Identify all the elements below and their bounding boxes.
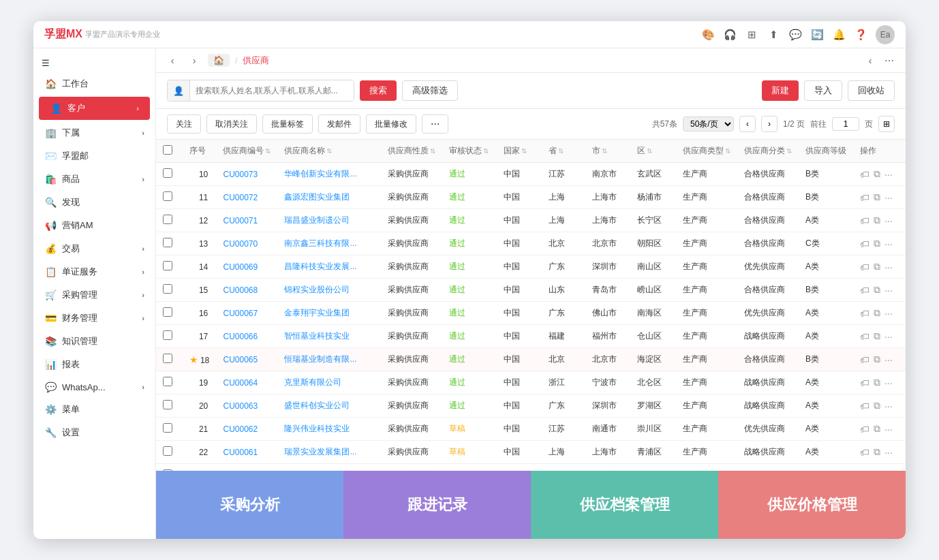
supplier-code-link[interactable]: CU00073 — [223, 170, 258, 179]
supplier-code-link[interactable]: CU00064 — [223, 378, 258, 388]
follow-button[interactable]: 关注 — [167, 114, 201, 134]
tag-action-icon[interactable]: 🏷 — [860, 169, 869, 180]
grid-icon[interactable]: ⊞ — [745, 28, 758, 42]
more-action-icon[interactable]: ··· — [884, 354, 893, 365]
tag-action-icon[interactable]: 🏷 — [860, 401, 869, 411]
supplier-name-link[interactable]: 恒瑞基业制造有限... — [284, 354, 356, 364]
more-action-icon[interactable]: ··· — [884, 424, 893, 435]
sidebar-item-discover[interactable]: 🔍 发现 — [33, 191, 155, 214]
nav-settings-button[interactable]: ‹ — [862, 52, 878, 69]
more-action-icon[interactable]: ··· — [884, 262, 893, 273]
supplier-name-link[interactable]: 鑫源宏图实业集团 — [284, 192, 350, 202]
sidebar-item-subordinate[interactable]: 🏢 下属 › — [33, 121, 155, 144]
supplier-name-link[interactable]: 克里斯有限公司 — [284, 377, 341, 387]
th-name[interactable]: 供应商名称⇅ — [277, 140, 381, 163]
card-purchase-analysis[interactable]: 采购分析 — [156, 471, 343, 539]
supplier-code-link[interactable]: CU00065 — [223, 355, 258, 364]
supplier-code-link[interactable]: CU00067 — [223, 309, 258, 318]
th-province[interactable]: 省⇅ — [542, 140, 585, 163]
more-actions-button[interactable]: ··· — [422, 114, 448, 134]
search-button[interactable]: 搜索 — [360, 80, 397, 101]
more-action-icon[interactable]: ··· — [884, 447, 893, 458]
sidebar-item-whatsapp[interactable]: 💬 WhatsAp... › — [33, 376, 155, 398]
row-checkbox[interactable] — [163, 284, 172, 294]
copy-action-icon[interactable]: ⧉ — [874, 284, 880, 296]
more-action-icon[interactable]: ··· — [884, 169, 893, 180]
sidebar-item-trade[interactable]: 💰 交易 › — [33, 237, 155, 260]
copy-action-icon[interactable]: ⧉ — [874, 191, 880, 203]
row-checkbox[interactable] — [163, 261, 172, 270]
row-checkbox[interactable] — [163, 446, 172, 456]
supplier-code-link[interactable]: CU00070 — [223, 239, 258, 249]
sidebar-item-report[interactable]: 📊 报表 — [33, 353, 155, 376]
more-action-icon[interactable]: ··· — [884, 401, 893, 411]
row-checkbox[interactable] — [163, 168, 172, 178]
sidebar-item-product[interactable]: 🛍️ 商品 › — [33, 168, 155, 191]
supplier-name-link[interactable]: 昌隆科技实业发展... — [284, 262, 356, 271]
tag-action-icon[interactable]: 🏷 — [860, 238, 869, 249]
supplier-code-link[interactable]: CU00061 — [223, 448, 258, 457]
more-action-icon[interactable]: ··· — [884, 215, 893, 226]
th-category[interactable]: 供应商分类⇅ — [737, 140, 799, 163]
user-avatar[interactable]: Ea — [876, 25, 895, 44]
prev-page-button[interactable]: ‹ — [739, 116, 756, 132]
row-checkbox[interactable] — [163, 307, 172, 317]
next-page-button[interactable]: › — [761, 116, 778, 132]
recycle-button[interactable]: 回收站 — [848, 80, 895, 101]
card-followup[interactable]: 跟进记录 — [343, 471, 531, 539]
tag-action-icon[interactable]: 🏷 — [860, 262, 869, 273]
send-email-button[interactable]: 发邮件 — [318, 114, 360, 134]
supplier-name-link[interactable]: 瑞景实业发展集团... — [284, 447, 356, 456]
supplier-name-link[interactable]: 华峰创新实业有限... — [284, 169, 356, 178]
headset-icon[interactable]: 🎧 — [723, 28, 737, 42]
per-page-select[interactable]: 50条/页 — [683, 116, 734, 131]
sidebar-item-workbench[interactable]: 🏠 工作台 — [33, 72, 155, 95]
th-country[interactable]: 国家⇅ — [497, 140, 542, 163]
copy-action-icon[interactable]: ⧉ — [874, 330, 880, 342]
nav-back-button[interactable]: ‹ — [164, 52, 181, 69]
new-button[interactable]: 新建 — [762, 80, 799, 101]
star-icon[interactable]: ★ — [189, 354, 198, 365]
supplier-name-link[interactable]: 瑞昌盛业制遗公司 — [284, 215, 350, 225]
sidebar-item-mail[interactable]: ✉️ 孚盟邮 — [33, 144, 155, 168]
sidebar-item-marketing[interactable]: 📢 营销AM — [33, 214, 155, 237]
more-action-icon[interactable]: ··· — [884, 192, 893, 203]
nav-forward-button[interactable]: › — [186, 52, 202, 69]
tag-action-icon[interactable]: 🏷 — [860, 447, 869, 458]
batch-tag-button[interactable]: 批量标签 — [262, 114, 313, 134]
supplier-code-link[interactable]: CU00069 — [223, 262, 258, 272]
tag-action-icon[interactable]: 🏷 — [860, 285, 869, 296]
supplier-name-link[interactable]: 盛世科创实业公司 — [284, 401, 350, 410]
nav-more-button[interactable]: ⋯ — [881, 52, 897, 69]
chat-icon[interactable]: 💬 — [788, 28, 802, 42]
row-checkbox[interactable] — [163, 330, 172, 340]
sidebar-item-settings[interactable]: 🔧 设置 — [33, 421, 155, 444]
theme-icon[interactable]: 🎨 — [701, 28, 715, 42]
goto-button[interactable]: ⊞ — [878, 116, 895, 132]
copy-action-icon[interactable]: ⧉ — [874, 446, 880, 458]
sidebar-item-menu[interactable]: ⚙️ 菜单 — [33, 398, 155, 421]
import-button[interactable]: 导入 — [804, 80, 842, 101]
select-all-checkbox[interactable] — [163, 145, 172, 155]
page-input[interactable] — [832, 117, 859, 131]
th-status[interactable]: 审核状态⇅ — [442, 140, 497, 163]
row-checkbox[interactable] — [163, 400, 172, 409]
supplier-name-link[interactable]: 锦程实业股份公司 — [284, 285, 350, 294]
batch-modify-button[interactable]: 批量修改 — [366, 114, 416, 134]
unfollow-button[interactable]: 取消关注 — [206, 114, 257, 134]
more-action-icon[interactable]: ··· — [884, 238, 893, 249]
card-supplier-archive[interactable]: 供应档案管理 — [531, 471, 718, 539]
tag-action-icon[interactable]: 🏷 — [860, 354, 869, 365]
supplier-code-link[interactable]: CU00072 — [223, 193, 258, 202]
tag-action-icon[interactable]: 🏷 — [860, 424, 869, 435]
copy-action-icon[interactable]: ⧉ — [874, 261, 880, 273]
copy-action-icon[interactable]: ⧉ — [874, 307, 880, 319]
row-checkbox[interactable] — [163, 215, 172, 224]
copy-action-icon[interactable]: ⧉ — [874, 215, 880, 226]
row-checkbox[interactable] — [163, 423, 172, 433]
more-action-icon[interactable]: ··· — [884, 377, 893, 388]
row-checkbox[interactable] — [163, 377, 172, 386]
sidebar-item-purchase[interactable]: 🛒 采购管理 › — [33, 283, 155, 307]
more-action-icon[interactable]: ··· — [884, 331, 893, 342]
sidebar-item-docs[interactable]: 📋 单证服务 › — [33, 260, 155, 283]
